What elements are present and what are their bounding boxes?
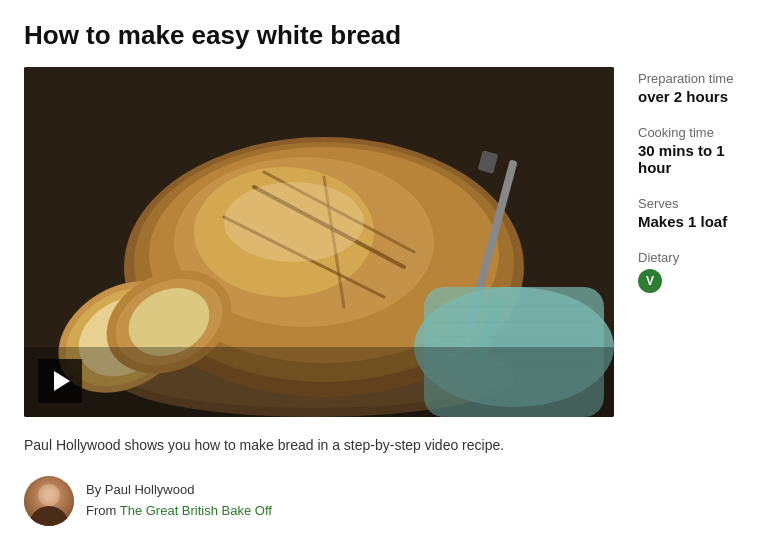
recipe-description: Paul Hollywood shows you how to make bre… bbox=[24, 435, 744, 456]
preparation-value: over 2 hours bbox=[638, 88, 744, 105]
serves-value: Makes 1 loaf bbox=[638, 213, 744, 230]
author-by-line: By Paul Hollywood bbox=[86, 480, 272, 501]
by-label: By bbox=[86, 482, 105, 497]
author-text: By Paul Hollywood From The Great British… bbox=[86, 480, 272, 522]
author-source-link[interactable]: The Great British Bake Off bbox=[120, 503, 272, 518]
author-name: Paul Hollywood bbox=[105, 482, 195, 497]
avatar-image bbox=[24, 476, 74, 526]
cooking-value: 30 mins to 1 hour bbox=[638, 142, 744, 176]
svg-point-12 bbox=[224, 182, 364, 262]
play-button[interactable] bbox=[38, 359, 82, 403]
author-avatar bbox=[24, 476, 74, 526]
cooking-section: Cooking time 30 mins to 1 hour bbox=[638, 125, 744, 176]
main-content: Preparation time over 2 hours Cooking ti… bbox=[24, 67, 744, 417]
bread-illustration bbox=[24, 67, 614, 417]
cooking-label: Cooking time bbox=[638, 125, 744, 140]
dietary-badge: V bbox=[638, 269, 662, 293]
author-section: By Paul Hollywood From The Great British… bbox=[24, 476, 744, 526]
svg-rect-29 bbox=[24, 347, 614, 417]
serves-section: Serves Makes 1 loaf bbox=[638, 196, 744, 230]
dietary-section: Dietary V bbox=[638, 250, 744, 293]
recipe-image-container bbox=[24, 67, 614, 417]
play-icon bbox=[54, 371, 70, 391]
preparation-label: Preparation time bbox=[638, 71, 744, 86]
author-from-line: From The Great British Bake Off bbox=[86, 501, 272, 522]
dietary-label: Dietary bbox=[638, 250, 744, 265]
serves-label: Serves bbox=[638, 196, 744, 211]
page-title: How to make easy white bread bbox=[24, 20, 744, 51]
preparation-section: Preparation time over 2 hours bbox=[638, 71, 744, 105]
recipe-info-panel: Preparation time over 2 hours Cooking ti… bbox=[638, 67, 744, 313]
from-label: From bbox=[86, 503, 120, 518]
